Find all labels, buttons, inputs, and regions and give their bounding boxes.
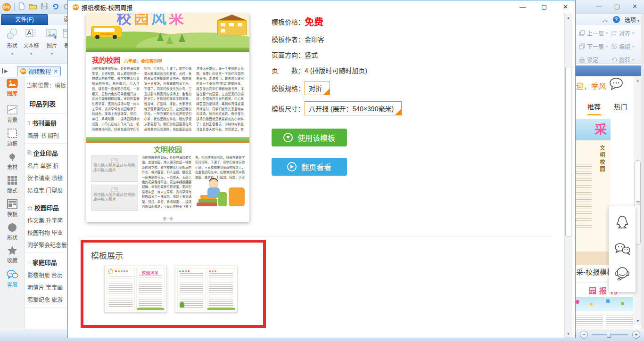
author-value: 金印客: [305, 34, 324, 44]
video-tutorial-tabbar: ▶ DPS 视频教程 ✕: [0, 65, 67, 77]
dialog-minimize-button[interactable]: —: [520, 3, 526, 10]
play-icon: [287, 162, 297, 171]
open-folder-icon[interactable]: [29, 2, 37, 12]
collapse-ribbon-icon[interactable]: ︿: [603, 16, 608, 24]
video-tab-close-icon[interactable]: ✕: [54, 69, 58, 74]
lock-button[interactable]: 锁定: [579, 54, 598, 65]
scroll-up-icon[interactable]: ▲: [634, 79, 642, 82]
dialog-close-button[interactable]: ✕: [563, 3, 568, 10]
align-button[interactable]: 对齐▾: [611, 28, 634, 38]
qq-icon[interactable]: [614, 215, 630, 235]
wechat-icon[interactable]: [614, 242, 631, 258]
tree-decoration: [180, 302, 184, 308]
dialog-maximize-button[interactable]: ▢: [541, 3, 547, 10]
print-heading-campus[interactable]: 凸校园印品: [27, 203, 67, 212]
window-maximize-button[interactable]: ▢: [614, 3, 620, 10]
headset-support-icon[interactable]: [614, 266, 631, 284]
textbox-tool-button[interactable]: 文本框▾: [23, 27, 40, 56]
save-icon[interactable]: [41, 2, 48, 12]
template-thumbnail-partial-1[interactable]: 采 文明校园: [576, 119, 611, 265]
tab-hot[interactable]: 热门: [614, 102, 627, 115]
print-heading-books[interactable]: ▯书刊画册: [27, 118, 67, 127]
options-button[interactable]: 选项 ▾: [625, 16, 639, 24]
print-line[interactable]: 作文集 升学简: [27, 216, 67, 224]
print-line[interactable]: 名片 单张 折: [27, 162, 67, 170]
pages-value: 4 (排版时可随时加页): [305, 65, 367, 75]
print-line[interactable]: 同学聚会纪念册: [27, 241, 67, 249]
sidebar-item-border[interactable]: 边框: [0, 128, 25, 147]
scroll-down-icon[interactable]: ▼: [634, 319, 642, 323]
print-line[interactable]: 贺卡请柬 喷绘: [27, 174, 67, 182]
spec-dropdown[interactable]: 对折: [305, 81, 330, 95]
preview-article-2: 文明校园 双击插入图片或从左侧图库中拖入图片 双击插入图片或从左侧图库中拖入图片…: [86, 143, 249, 214]
zoom-slider-thumb[interactable]: [607, 331, 611, 338]
sidebar-item-material[interactable]: 素材: [0, 152, 25, 170]
dropdown-arrow-icon[interactable]: ▾: [23, 52, 40, 56]
scroll-down-icon[interactable]: ▼: [565, 332, 572, 335]
undo-icon[interactable]: [51, 2, 59, 12]
zoom-out-button[interactable]: −: [580, 331, 588, 339]
spread-thumbnail-1[interactable]: 校园风采: [104, 266, 167, 313]
shape-tool-button[interactable]: 形状▾: [4, 27, 21, 56]
group-button[interactable]: 编组▾: [611, 41, 634, 51]
print-heading-business[interactable]: ⎘企业印品: [27, 148, 67, 157]
article2-title: 文明校园: [91, 144, 245, 154]
page-footer: 第一版: [86, 216, 249, 221]
grass-decoration: [207, 308, 235, 310]
new-document-icon[interactable]: [18, 2, 25, 12]
dialog-scrollbar-thumb[interactable]: [565, 67, 571, 236]
template-preview-page[interactable]: 校园风采 school bus 我的校园 六年级：金印客同学 我的校园美丽如画，…: [86, 14, 249, 222]
tab-recommended[interactable]: 推荐: [587, 102, 601, 115]
print-line[interactable]: 易拉宝 门型展: [27, 186, 67, 194]
spread-thumbnail-2[interactable]: [175, 266, 238, 313]
print-line[interactable]: 画册 书 期刊: [27, 131, 67, 139]
image-tool-button[interactable]: 图片▾: [43, 27, 60, 56]
zoom-slider-track[interactable]: [592, 334, 628, 335]
video-tutorial-tab[interactable]: DPS 视频教程 ✕: [17, 66, 61, 76]
sidebar-item-layout[interactable]: 版式: [0, 175, 25, 194]
print-line[interactable]: 影楼相册 台历: [27, 271, 67, 279]
orientation-value: 竖式: [305, 50, 318, 59]
dialog-scrollbar[interactable]: ▲ ▼: [564, 14, 572, 338]
print-line[interactable]: 校园刊物 毕业: [27, 228, 67, 236]
tree-illustration: [157, 32, 164, 41]
school-bus-illustration: school bus: [91, 26, 122, 37]
zoom-controls: % − +: [571, 331, 640, 339]
tab-file[interactable]: 文件(F): [1, 14, 48, 25]
welcome-user-text: 迎，季风: [576, 80, 633, 91]
sidebar-item-gallery[interactable]: 图库: [0, 78, 25, 97]
help-icon[interactable]: ?: [613, 16, 620, 23]
image-placeholder: 双击插入图片或从左侧图库中拖入图片: [91, 185, 138, 211]
message-bubble-icon[interactable]: [608, 76, 624, 93]
sidebar-item-background[interactable]: 背景: [0, 105, 25, 123]
thumb-vertical-title: 文明校园: [598, 145, 606, 173]
grass-decoration: [137, 308, 164, 310]
sidebar-item-shape[interactable]: 形状: [0, 222, 25, 241]
print-line[interactable]: 明信片 宝宝画: [27, 283, 67, 291]
window-minimize-button[interactable]: —: [596, 3, 602, 10]
flip-preview-button[interactable]: 翻页看看: [272, 158, 347, 176]
print-line[interactable]: 恋爱纪念 旅游: [27, 295, 67, 303]
preview-masthead: 校园风采 school bus: [86, 14, 249, 48]
rotate-button[interactable]: 旋转▾: [611, 54, 634, 65]
layer-down-button[interactable]: 下一层▾: [579, 41, 608, 51]
spec-label: 模板规格：: [272, 83, 305, 93]
print-heading-family[interactable]: ⌂家庭印品: [27, 258, 67, 267]
fake-text-columns: [576, 311, 633, 329]
use-template-button[interactable]: 使用该模板: [272, 129, 347, 146]
dropdown-arrow-icon[interactable]: ▾: [43, 52, 60, 56]
zoom-in-button[interactable]: +: [632, 331, 640, 339]
preview-article-1: 我的校园 六年级：金印客同学 我的校园美丽如画，处处充满欢歌笑语。走进校园，映入…: [86, 52, 249, 135]
scroll-up-icon[interactable]: ▲: [565, 16, 572, 19]
layer-up-button[interactable]: 上一层▾: [579, 28, 608, 38]
expand-panel-icon[interactable]: ▶: [2, 67, 9, 75]
sidebar-item-template[interactable]: 模板: [0, 199, 25, 218]
dropdown-arrow-icon[interactable]: ▾: [4, 52, 21, 56]
window-close-button[interactable]: ✕: [632, 3, 637, 10]
right-panel-header-strip: [576, 65, 644, 76]
sidebar-item-favorites[interactable]: 收藏: [0, 245, 25, 264]
template-caption-1[interactable]: 采-校报模板: [576, 267, 614, 276]
sidebar-item-customer-service[interactable]: 客服: [0, 269, 25, 288]
right-panel-tabs: 推荐 热门: [587, 102, 627, 115]
size-dropdown[interactable]: 八开报 (展开：540×390毫米): [305, 101, 402, 115]
